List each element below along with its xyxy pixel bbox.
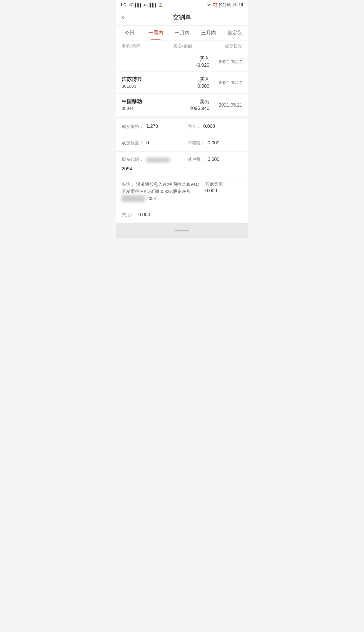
tx-type: 买入 [124, 56, 209, 62]
table-header: 名称/代码 买卖/金额 成交日期 [116, 40, 248, 52]
tab-week[interactable]: 一周内 [143, 26, 169, 40]
remark-account-suffix: 2094， [146, 196, 160, 201]
status-left: HD₁ 4G ▌▌▌ 4G ▌▌▌ ⌛ [121, 3, 163, 7]
tx-stock-info: 中国移动 00941 [122, 98, 142, 111]
trade-price-cell: 成交价格： 1.270 [116, 119, 182, 135]
tx-type: 买入 [145, 77, 209, 83]
tab-quarter[interactable]: 三月内 [195, 26, 221, 40]
eye-icon: 👁 [207, 3, 211, 7]
tx-date: 2021.05.21 [212, 102, 242, 108]
commission-value: 0.000 [203, 123, 215, 129]
tab-today[interactable]: 今日 [116, 26, 143, 40]
fee-x-value: 0.000 [138, 212, 150, 217]
page-header: ‹ 交割单 [116, 9, 248, 26]
commission-cell: 佣金： 0.000 [182, 119, 248, 135]
trade-qty-value: 0 [146, 140, 149, 145]
trade-qty-label: 成交数量： [122, 140, 144, 146]
page-title: 交割单 [173, 13, 191, 21]
remark-label: 备注： [122, 182, 135, 187]
bottom-bar [116, 223, 248, 238]
carrier-info2: 4G [144, 3, 149, 7]
tx-stock-code: 00941 [122, 106, 142, 111]
trade-price-value: 1.270 [146, 123, 158, 129]
trade-price-label: 成交价格： [122, 123, 144, 130]
battery-level: [92] [219, 3, 226, 7]
transfer-fee-value: 0.000 [208, 156, 219, 162]
tx-stock-code: 301003 [122, 84, 142, 89]
trade-qty-cell: 成交数量： 0 [116, 135, 182, 152]
stamp-tax-label: 印花税： [187, 140, 205, 146]
signal-bars: ▌▌▌ [135, 3, 143, 7]
time-display: 晚上9:16 [227, 2, 243, 8]
hourglass-icon: ⌛ [158, 3, 163, 7]
col-header-type: 买卖/金额 [173, 43, 192, 49]
stamp-tax-cell: 印花税： 0.000 [182, 135, 248, 152]
shareholder-code-blurred: XXXXXXXX [146, 157, 170, 163]
tx-stock-name: 中国移动 [122, 98, 142, 105]
tab-bar: 今日 一周内 一月内 三月内 自定义 [116, 26, 248, 40]
tx-amount: 0.000 [145, 83, 209, 89]
carrier-info: HD₁ 4G [121, 3, 134, 7]
detail-section: 成交价格： 1.270 佣金： 0.000 成交数量： 0 印花税： 0.000 [116, 119, 248, 223]
tx-date: 2021.05.20 [212, 80, 242, 85]
tx-amount: 2095.940 [145, 106, 209, 111]
col-header-name: 名称/代码 [122, 43, 141, 49]
signal-bars2: ▌▌▌ [150, 3, 157, 7]
shareholder-code-suffix: 2094 [122, 166, 132, 171]
tx-stock-info: 江苏博云 301003 [122, 76, 142, 89]
shareholder-code-label: 股东代码： [122, 156, 144, 163]
tab-custom[interactable]: 自定义 [221, 26, 248, 40]
transfer-fee-cell: 过户费： 0.000 [182, 152, 248, 176]
alarm-icon: ⏰ [213, 3, 218, 7]
commission-label: 佣金： [187, 123, 201, 130]
other-fee-label: 其他费用： [205, 181, 242, 187]
fee-x-label: 费用x： [122, 212, 137, 217]
tab-month[interactable]: 一月内 [169, 26, 195, 40]
table-row[interactable]: 买入 -0.020 2021.05.20 [116, 52, 248, 71]
tx-stock-name: 江苏博云 [122, 76, 142, 83]
stamp-tax-value: 0.000 [208, 140, 219, 145]
col-header-date: 成交日期 [225, 43, 242, 49]
transfer-fee-label: 过户费： [187, 156, 205, 163]
status-right: 👁 ⏰ [92] 晚上9:16 [207, 2, 243, 8]
back-button[interactable]: ‹ [122, 13, 124, 22]
status-bar: HD₁ 4G ▌▌▌ 4G ▌▌▌ ⌛ 👁 ⏰ [92] 晚上9:16 [116, 0, 248, 9]
tx-partial-type-amount: 买入 -0.020 [122, 56, 212, 68]
table-row[interactable]: 中国移动 00941 卖出 2095.940 2021.05.21 [116, 94, 248, 116]
shareholder-code-cell: 股东代码： XXXXXXXX2094 [116, 152, 182, 176]
remark-row: 备注： 深港通股息入账:中国移动00941;下发币种:HKD|汇率:0.827;… [116, 176, 248, 207]
tx-type: 卖出 [145, 99, 209, 105]
detail-grid: 成交价格： 1.270 佣金： 0.000 成交数量： 0 印花税： 0.000 [116, 119, 248, 176]
transaction-list: 买入 -0.020 2021.05.20 江苏博云 301003 买入 0.00… [116, 52, 248, 116]
tx-date: 2021.05.20 [212, 59, 242, 64]
remark-account-blurred: XXXXXXXX [122, 195, 145, 202]
bottom-handle [175, 230, 189, 231]
tx-type-amount: 卖出 2095.940 [142, 99, 212, 111]
tx-amount: -0.020 [124, 62, 209, 68]
table-row[interactable]: 江苏博云 301003 买入 0.000 2021.05.20 [116, 71, 248, 94]
other-fee-cell: 其他费用： 0.000 [202, 181, 242, 202]
other-fee-value: 0.000 [205, 188, 242, 193]
fee-x-row: 费用x： 0.000 [116, 207, 248, 223]
tx-type-amount: 买入 0.000 [142, 77, 212, 89]
